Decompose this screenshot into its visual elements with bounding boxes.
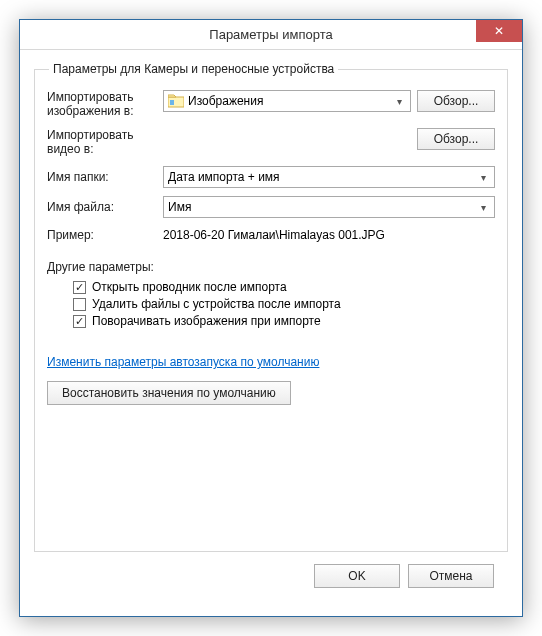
label-open-explorer: Открыть проводник после импорта [92, 280, 287, 294]
dialog-window: Параметры импорта ✕ Параметры для Камеры… [19, 19, 523, 617]
label-delete-after: Удалить файлы с устройства после импорта [92, 297, 341, 311]
checkbox-rotate[interactable]: ✓ [73, 315, 86, 328]
select-import-images-value: Изображения [188, 94, 263, 108]
label-folder-name: Имя папки: [47, 170, 157, 184]
label-import-images: Импортировать изображения в: [47, 90, 157, 118]
row-import-video: Импортировать видео в: Обзор... [47, 128, 495, 156]
label-rotate: Поворачивать изображения при импорте [92, 314, 321, 328]
row-folder-name: Имя папки: Дата импорта + имя ▾ [47, 166, 495, 188]
chevron-down-icon: ▾ [391, 96, 407, 107]
select-file-name[interactable]: Имя ▾ [163, 196, 495, 218]
row-import-images: Импортировать изображения в: Изображения… [47, 90, 495, 118]
label-file-name: Имя файла: [47, 200, 157, 214]
chevron-down-icon: ▾ [475, 202, 491, 213]
titlebar: Параметры импорта ✕ [20, 20, 522, 50]
window-title: Параметры импорта [20, 27, 522, 42]
ok-button[interactable]: OK [314, 564, 400, 588]
check-row-delete-after: Удалить файлы с устройства после импорта [73, 297, 495, 311]
group-legend: Параметры для Камеры и переносные устрой… [49, 62, 338, 76]
check-row-rotate: ✓ Поворачивать изображения при импорте [73, 314, 495, 328]
close-icon: ✕ [494, 24, 504, 38]
restore-defaults-button[interactable]: Восстановить значения по умолчанию [47, 381, 291, 405]
select-folder-name-value: Дата импорта + имя [168, 170, 280, 184]
label-import-video: Импортировать видео в: [47, 128, 157, 156]
label-example: Пример: [47, 228, 157, 242]
checkbox-delete-after[interactable] [73, 298, 86, 311]
row-file-name: Имя файла: Имя ▾ [47, 196, 495, 218]
select-folder-name[interactable]: Дата импорта + имя ▾ [163, 166, 495, 188]
row-example: Пример: 2018-06-20 Гималаи\Himalayas 001… [47, 228, 495, 242]
browse-video-button[interactable]: Обзор... [417, 128, 495, 150]
svg-rect-1 [170, 100, 174, 105]
check-row-open-explorer: ✓ Открыть проводник после импорта [73, 280, 495, 294]
close-button[interactable]: ✕ [476, 20, 522, 42]
autorun-settings-link[interactable]: Изменить параметры автозапуска по умолча… [47, 355, 319, 369]
folder-icon [168, 94, 184, 108]
content-area: Параметры для Камеры и переносные устрой… [20, 50, 522, 616]
import-settings-group: Параметры для Камеры и переносные устрой… [34, 62, 508, 552]
cancel-button[interactable]: Отмена [408, 564, 494, 588]
example-value: 2018-06-20 Гималаи\Himalayas 001.JPG [163, 228, 385, 242]
dialog-footer: OK Отмена [34, 552, 508, 602]
other-params-heading: Другие параметры: [47, 260, 495, 274]
select-import-images[interactable]: Изображения ▾ [163, 90, 411, 112]
select-file-name-value: Имя [168, 200, 191, 214]
checkbox-open-explorer[interactable]: ✓ [73, 281, 86, 294]
browse-images-button[interactable]: Обзор... [417, 90, 495, 112]
chevron-down-icon: ▾ [475, 172, 491, 183]
